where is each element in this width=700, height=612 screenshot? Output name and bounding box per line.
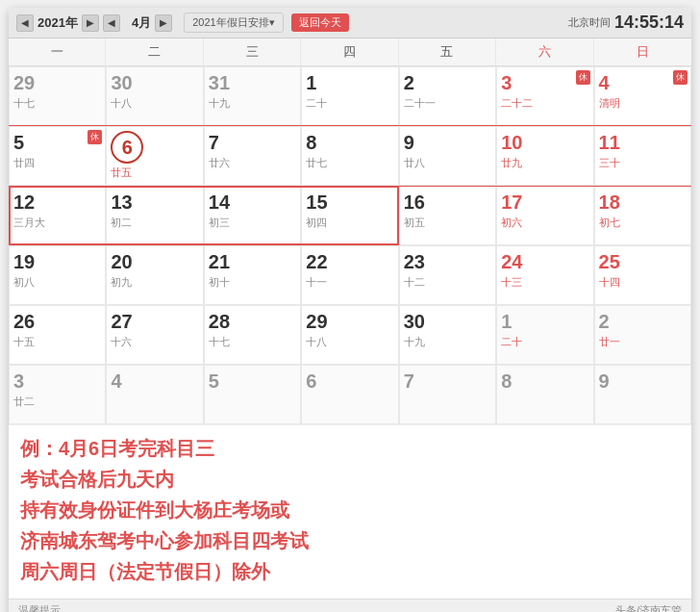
day-cell[interactable]: 17初六 <box>496 186 593 245</box>
annotation-line: 考试合格后九天内 <box>20 464 680 495</box>
day-number: 2 <box>599 310 687 333</box>
calendar-row: 26十五27十六28十七29十八30十九1二十2廿一 <box>9 305 691 365</box>
lunar-label: 廿二 <box>13 395 101 409</box>
day-number: 11 <box>599 131 687 154</box>
day-number: 2 <box>404 71 491 94</box>
bottom-right: 头条/济南车管 <box>615 603 682 612</box>
day-cell[interactable]: 1二十 <box>496 305 593 365</box>
top-bar: ◀ 2021年 ▶ ◀ 4月 ▶ 2021年假日安排▾ 返回今天 北京时间 14… <box>9 8 691 38</box>
day-cell[interactable]: 1二十 <box>301 66 398 126</box>
day-cell[interactable]: 19初八 <box>9 245 106 305</box>
day-cell[interactable]: 10廿九 <box>496 126 593 186</box>
day-number: 16 <box>404 191 491 214</box>
bottom-bar: 温馨提示 头条/济南车管 <box>9 599 691 612</box>
today-button[interactable]: 返回今天 <box>291 13 349 32</box>
calendar-row: 12三月大13初二14初三15初四16初五17初六18初七 <box>9 186 691 245</box>
day-cell[interactable]: 15初四 <box>301 186 398 245</box>
year-label: 2021年 <box>38 14 78 32</box>
holiday-tag: 休 <box>576 70 590 85</box>
lunar-label: 初五 <box>404 216 491 230</box>
time-display: 14:55:14 <box>614 13 684 33</box>
day-cell[interactable]: 2廿一 <box>594 305 691 365</box>
day-number: 10 <box>501 131 588 154</box>
lunar-label: 廿一 <box>599 335 687 349</box>
day-cell[interactable]: 20初九 <box>106 245 203 305</box>
day-cell[interactable]: 30十九 <box>399 305 496 365</box>
day-cell[interactable]: 2二十一 <box>399 66 496 126</box>
lunar-label: 初三 <box>209 216 296 230</box>
day-number: 6 <box>111 131 143 164</box>
day-cell[interactable]: 27十六 <box>106 305 203 365</box>
day-number: 15 <box>306 191 393 214</box>
day-cell[interactable]: 7廿六 <box>204 126 301 186</box>
day-cell[interactable]: 7 <box>399 365 496 424</box>
day-cell[interactable]: 3廿二 <box>9 365 106 424</box>
day-cell[interactable]: 休3二十二 <box>496 66 593 126</box>
day-cell[interactable]: 14初三 <box>204 186 301 245</box>
day-number: 26 <box>13 310 101 333</box>
day-cell[interactable]: 26十五 <box>9 305 106 365</box>
next-year-btn[interactable]: ▶ <box>82 14 99 32</box>
day-cell[interactable]: 24十三 <box>496 245 593 305</box>
day-cell[interactable]: 5 <box>204 365 301 424</box>
week-header-cell: 三 <box>204 38 301 65</box>
day-number: 29 <box>13 71 101 94</box>
day-cell[interactable]: 21初十 <box>204 245 301 305</box>
day-cell[interactable]: 8廿七 <box>301 126 398 186</box>
annotation-line: 周六周日（法定节假日）除外 <box>20 556 680 587</box>
day-cell[interactable]: 6廿五 <box>106 126 203 186</box>
day-cell[interactable]: 6 <box>301 365 398 424</box>
day-cell[interactable]: 29十八 <box>301 305 398 365</box>
day-cell[interactable]: 9 <box>594 365 691 424</box>
day-cell[interactable]: 25十四 <box>594 245 691 305</box>
lunar-label: 初六 <box>501 216 588 230</box>
lunar-label: 十八 <box>111 96 198 111</box>
lunar-label: 三十 <box>599 156 687 170</box>
lunar-label: 十八 <box>306 335 393 349</box>
day-cell[interactable]: 23十二 <box>399 245 496 305</box>
week-header-cell: 四 <box>301 38 398 65</box>
day-number: 31 <box>209 71 296 94</box>
day-cell[interactable]: 8 <box>496 365 593 424</box>
bottom-left: 温馨提示 <box>18 603 61 612</box>
lunar-label: 二十一 <box>404 96 491 111</box>
day-cell[interactable]: 16初五 <box>399 186 496 245</box>
day-number: 3 <box>13 370 101 393</box>
day-cell[interactable]: 休4清明 <box>594 66 691 126</box>
lunar-label: 初四 <box>306 216 393 230</box>
day-number: 13 <box>111 191 198 214</box>
day-number: 6 <box>306 370 393 393</box>
day-cell[interactable]: 28十七 <box>204 305 301 365</box>
day-cell[interactable]: 12三月大 <box>9 186 106 245</box>
lunar-label: 十一 <box>306 275 393 290</box>
week-header: 一二三四五六日 <box>9 38 691 66</box>
annotation-line: 持有效身份证件到大杨庄考场或 <box>20 495 680 525</box>
lunar-label: 二十 <box>306 96 393 111</box>
day-cell[interactable]: 9廿八 <box>399 126 496 186</box>
annotation-text: 例：4月6日考完科目三考试合格后九天内持有效身份证件到大杨庄考场或济南城东驾考中… <box>20 433 680 587</box>
day-cell[interactable]: 13初二 <box>106 186 203 245</box>
day-number: 8 <box>306 131 393 154</box>
holiday-button[interactable]: 2021年假日安排▾ <box>184 13 283 33</box>
day-number: 4 <box>111 370 198 393</box>
lunar-label: 廿六 <box>209 156 296 170</box>
day-cell[interactable]: 18初七 <box>594 186 691 245</box>
next-month-btn[interactable]: ▶ <box>155 14 172 32</box>
beijing-label: 北京时间 <box>568 15 611 30</box>
day-cell[interactable]: 30十八 <box>106 66 203 126</box>
prev-month-btn[interactable]: ◀ <box>103 14 120 32</box>
day-cell[interactable]: 22十一 <box>301 245 398 305</box>
day-cell[interactable]: 11三十 <box>594 126 691 186</box>
prev-year-btn[interactable]: ◀ <box>16 14 34 32</box>
lunar-label: 廿九 <box>501 156 588 170</box>
day-cell[interactable]: 4 <box>106 365 203 424</box>
day-cell[interactable]: 29十七 <box>9 66 106 126</box>
day-cell[interactable]: 31十九 <box>204 66 301 126</box>
day-number: 1 <box>306 71 393 94</box>
day-cell[interactable]: 休5廿四 <box>9 126 106 186</box>
calendar-row: 29十七30十八31十九1二十2二十一休3二十二休4清明 <box>9 66 691 126</box>
lunar-label: 十四 <box>599 275 687 290</box>
day-number: 30 <box>404 310 491 333</box>
week-header-cell: 五 <box>399 38 496 65</box>
day-number: 22 <box>306 250 393 273</box>
